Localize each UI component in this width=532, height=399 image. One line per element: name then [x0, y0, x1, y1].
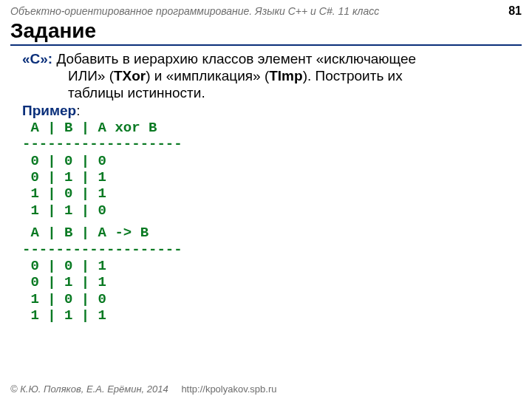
task-line2-pre: ИЛИ» ( [68, 68, 114, 83]
example-label: Пример [22, 103, 76, 118]
title-block: Задание [10, 19, 522, 46]
copyright: © К.Ю. Поляков, Е.А. Ерёмин, 2014 [10, 383, 168, 395]
header-bar: Объектно-ориентированное программировани… [0, 0, 532, 19]
task-label: «С»: [22, 51, 52, 66]
course-title: Объектно-ориентированное программировани… [10, 5, 379, 17]
task-line1: Добавить в иерархию классов элемент «иск… [52, 51, 416, 66]
task-text: «С»: Добавить в иерархию классов элемент… [22, 50, 519, 102]
task-line2-post: ). Построить их [303, 68, 403, 83]
table-xor: A | B | A xor B ------------------- 0 | … [22, 120, 183, 219]
example-label-row: Пример: [22, 102, 519, 119]
page-number: 81 [508, 4, 522, 18]
example-colon: : [76, 103, 80, 118]
task-line3: таблицы истинности. [68, 85, 205, 100]
content: «С»: Добавить в иерархию классов элемент… [0, 46, 532, 324]
table-imp: A | B | A -> B ------------------- 0 | 0… [22, 225, 519, 324]
slide: Объектно-ориентированное программировани… [0, 0, 532, 399]
task-body: ИЛИ» (TXor) и «импликация» (TImp). Постр… [22, 67, 519, 101]
footer-url: http://kpolyakov.spb.ru [181, 383, 276, 395]
task-line2-mid: ) и «импликация» ( [146, 68, 269, 83]
truth-tables: A | B | A xor B ------------------- 0 | … [22, 120, 519, 324]
footer: © К.Ю. Поляков, Е.А. Ерёмин, 2014 http:/… [10, 383, 276, 395]
timp-class: TImp [269, 68, 302, 83]
page-title: Задание [10, 19, 522, 43]
txor-class: TXor [114, 68, 146, 83]
